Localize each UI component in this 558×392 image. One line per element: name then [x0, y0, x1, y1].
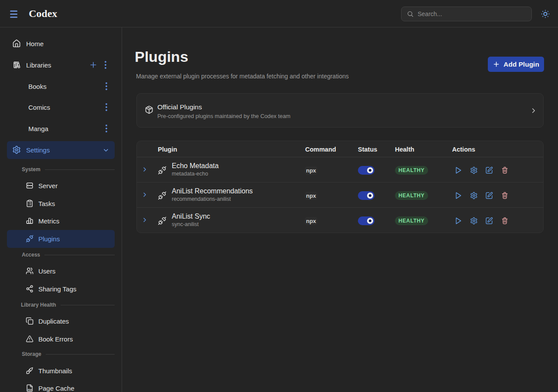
svg-text:PDF: PDF: [28, 389, 33, 391]
